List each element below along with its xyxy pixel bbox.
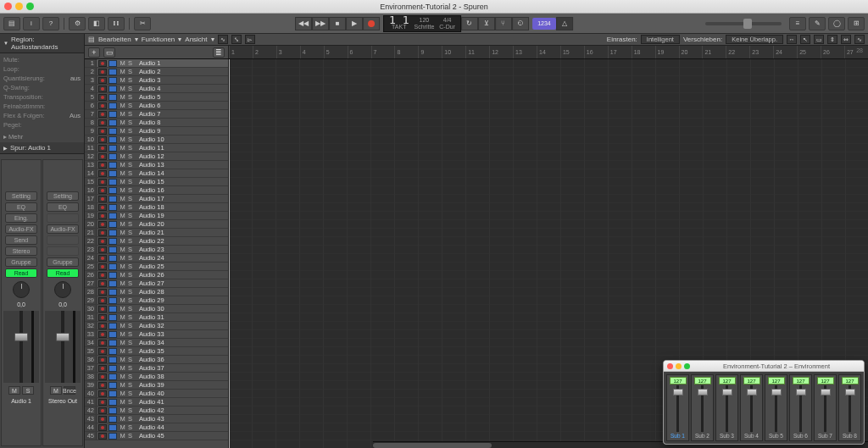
fader-cap[interactable] (722, 389, 732, 395)
record-enable-button[interactable] (98, 306, 107, 312)
mute-button[interactable]: M (50, 386, 62, 395)
eq-slot[interactable]: EQ (47, 202, 79, 212)
track-name[interactable]: Audio 1 (139, 59, 160, 67)
track-header[interactable]: 41MSAudio 41 (85, 398, 228, 407)
input-monitor-button[interactable] (108, 323, 117, 329)
track-header[interactable]: 33MSAudio 33 (85, 330, 228, 339)
record-enable-button[interactable] (98, 204, 107, 211)
track-name[interactable]: Audio 12 (139, 152, 164, 160)
solo-button[interactable]: S (126, 144, 134, 152)
fader-cap[interactable] (698, 389, 708, 395)
mute-button[interactable]: M (119, 68, 126, 75)
track-header[interactable]: 4MSAudio 4 (85, 85, 228, 93)
solo-button[interactable]: S (126, 432, 134, 440)
functions-menu[interactable]: Funktionen (142, 36, 175, 43)
mute-button[interactable]: M (119, 296, 126, 304)
quickhelp-button[interactable]: ? (42, 17, 59, 30)
audiofx-slot[interactable]: Audio-FX (5, 224, 37, 234)
solo-button[interactable]: S (126, 288, 134, 296)
record-enable-button[interactable] (98, 331, 107, 338)
env-fader[interactable]: 127Sub 3 (715, 374, 738, 441)
record-enable-button[interactable] (98, 145, 107, 152)
mute-button[interactable]: M (119, 136, 126, 143)
record-enable-button[interactable] (98, 246, 107, 253)
list-editors-button[interactable]: ≡ (789, 17, 806, 30)
input-monitor-button[interactable] (108, 213, 117, 219)
track-name[interactable]: Audio 5 (139, 93, 160, 101)
input-monitor-button[interactable] (108, 306, 117, 312)
input-monitor-button[interactable] (108, 196, 117, 202)
solo-button[interactable]: S (126, 152, 134, 160)
input-monitor-button[interactable] (108, 179, 117, 185)
track-name[interactable]: Audio 18 (139, 203, 164, 211)
mute-button[interactable]: M (119, 339, 126, 346)
solo-button[interactable]: S (126, 110, 134, 118)
record-enable-button[interactable] (98, 340, 107, 346)
track-header[interactable]: 2MSAudio 2 (85, 68, 228, 76)
inspector-more[interactable]: ▸ Mehr (0, 131, 84, 142)
group-slot[interactable]: Gruppe (5, 257, 37, 267)
record-enable-button[interactable] (98, 382, 107, 389)
track-header[interactable]: 9MSAudio 9 (85, 127, 228, 136)
bar-ruler[interactable]: 28 1234567891011121314151617181920212223… (229, 46, 868, 58)
solo-button[interactable]: S (126, 195, 134, 202)
playhead[interactable] (229, 59, 230, 448)
drag-mode-select[interactable]: Keine Überlapp. (726, 35, 783, 44)
mute-button[interactable]: M (119, 288, 126, 296)
fader-cap[interactable] (796, 389, 806, 395)
solo-button[interactable]: S (126, 178, 134, 185)
record-enable-button[interactable] (98, 77, 107, 84)
env-fader[interactable]: 127Sub 1 (666, 374, 689, 441)
solo-button[interactable]: S (126, 407, 134, 414)
fader-cap[interactable] (821, 389, 831, 395)
solo-button[interactable]: S (126, 212, 134, 219)
track-name[interactable]: Audio 29 (139, 296, 164, 304)
track-name[interactable]: Audio 14 (139, 169, 164, 177)
inspector-row[interactable]: Q-Swing: (3, 83, 81, 92)
solo-button[interactable]: S (126, 356, 134, 363)
record-enable-button[interactable] (98, 280, 107, 287)
track-name[interactable]: Audio 35 (139, 347, 164, 355)
solo-button[interactable]: S (126, 76, 134, 84)
mute-button[interactable]: M (119, 229, 126, 236)
mute-button[interactable]: M (119, 322, 126, 329)
track-header[interactable]: 22MSAudio 22 (85, 237, 228, 246)
audiofx-slot[interactable]: Audio-FX (47, 224, 79, 234)
record-enable-button[interactable] (98, 102, 107, 109)
track-name[interactable]: Audio 37 (139, 364, 164, 372)
track-header[interactable]: 30MSAudio 30 (85, 305, 228, 313)
mute-button[interactable]: M (119, 76, 126, 84)
track-name[interactable]: Audio 16 (139, 186, 164, 194)
mute-button[interactable]: M (119, 246, 126, 253)
mute-button[interactable]: M (119, 398, 126, 406)
solo-button[interactable]: S (126, 68, 134, 75)
countin-button[interactable]: ⏲ (512, 17, 529, 30)
record-enable-button[interactable] (98, 230, 107, 236)
solo-button[interactable]: S (126, 246, 134, 253)
mute-button[interactable]: M (119, 271, 126, 279)
inspector-row[interactable]: Mute: (3, 55, 81, 64)
track-name[interactable]: Audio 34 (139, 339, 164, 346)
env-fader[interactable]: 127Sub 2 (691, 374, 714, 441)
input-monitor-button[interactable] (108, 297, 117, 304)
input-monitor-button[interactable] (108, 272, 117, 279)
solo-button[interactable]: S (126, 85, 134, 92)
setting-button[interactable]: Setting (47, 191, 79, 201)
input-monitor-button[interactable] (108, 373, 117, 380)
track-name[interactable]: Audio 26 (139, 271, 164, 279)
mute-button[interactable]: M (119, 356, 126, 363)
env-fader[interactable]: 127Sub 8 (838, 374, 861, 441)
send-slot[interactable]: Send (5, 235, 37, 245)
zoom-vert-icon[interactable]: ⇕ (827, 35, 837, 44)
track-header[interactable]: 27MSAudio 27 (85, 279, 228, 288)
track-name[interactable]: Audio 30 (139, 305, 164, 312)
record-enable-button[interactable] (98, 289, 107, 296)
play-button[interactable]: ▶ (346, 17, 363, 30)
track-header[interactable]: 26MSAudio 26 (85, 271, 228, 279)
fader-cap[interactable] (771, 389, 782, 395)
track-name[interactable]: Audio 6 (139, 102, 160, 109)
bounce-button[interactable]: Bnce (64, 386, 75, 395)
add-track-button[interactable]: + (88, 47, 100, 58)
record-enable-button[interactable] (98, 424, 107, 431)
duplicate-track-button[interactable]: ▭ (103, 47, 115, 58)
